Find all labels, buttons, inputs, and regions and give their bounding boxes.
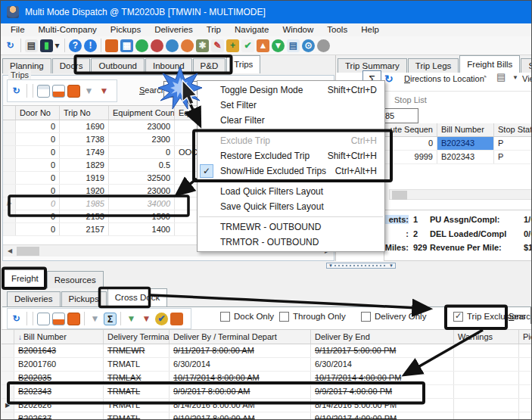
grid-cell[interactable]: 6/30/2014 xyxy=(170,358,311,371)
terminal-select-icon[interactable]: ▮ xyxy=(40,39,53,52)
door-full-icon[interactable] xyxy=(67,313,80,325)
grid-cell[interactable]: 0 xyxy=(16,223,60,235)
column-header-equipment-count[interactable]: Equipment Count xyxy=(109,106,175,120)
menu-window[interactable]: Window xyxy=(275,23,320,36)
grid-cell[interactable]: 34000 xyxy=(109,198,175,210)
grid-cell[interactable]: B202343 xyxy=(437,137,494,150)
menu-trip[interactable]: Trip xyxy=(200,23,228,36)
door-full-icon[interactable] xyxy=(67,85,80,98)
tab-p-d[interactable]: P&D xyxy=(193,58,226,73)
scroll-thumb[interactable] xyxy=(17,247,39,256)
column-header-door-no[interactable]: Door No xyxy=(16,106,60,120)
print-dropdown-icon[interactable]: ▼ xyxy=(512,74,518,81)
edit-form-icon[interactable]: ✎ xyxy=(211,39,224,52)
menu-tools[interactable]: Tools xyxy=(320,23,354,36)
grid-cell[interactable]: 0 xyxy=(16,172,60,184)
tab-resources[interactable]: Resources xyxy=(47,271,104,288)
grid-cell[interactable]: B202626 xyxy=(14,399,104,412)
menu-deliveries[interactable]: Deliveries xyxy=(148,23,200,36)
menu-item-set-filter[interactable]: Set Filter xyxy=(198,98,384,113)
grid-cell[interactable]: 1400 xyxy=(109,223,175,235)
globe-search-icon[interactable]: ⊙ xyxy=(302,39,315,52)
through-only-checkbox[interactable]: Through Only xyxy=(279,310,346,322)
grid-cell[interactable]: 0.5 xyxy=(109,159,175,171)
grid-cell[interactable]: 10/17/2014 8:00:00 AM xyxy=(170,372,311,384)
grid-cell[interactable]: TRMATL xyxy=(104,358,170,371)
directions-to-location-button[interactable]: Directions to Location xyxy=(404,74,484,83)
print-icon[interactable]: ▤ xyxy=(496,71,506,82)
clock-icon[interactable]: ◔ xyxy=(481,71,487,82)
grid-cell[interactable]: TRMLAX xyxy=(104,372,170,384)
grid-cell[interactable]: 8/14/2016 5:00:00 PM xyxy=(311,399,454,412)
door-empty-icon[interactable] xyxy=(37,85,50,98)
door-partial-icon[interactable] xyxy=(52,85,65,98)
grid-cell[interactable]: 9/10/2017 4:00:00 PM xyxy=(311,412,454,420)
menu-item-toggle-design-mode[interactable]: Toggle Design ModeShift+Ctrl+D xyxy=(198,82,384,98)
settings-gear-icon[interactable]: ✱ xyxy=(196,39,209,52)
grid-cell[interactable]: 0 xyxy=(16,210,60,222)
menu-multi-company[interactable]: Multi-Company xyxy=(32,23,104,36)
grid-cell[interactable]: 9/11/2017 5:00:00 PM xyxy=(311,344,454,357)
grid-cell[interactable] xyxy=(454,399,519,412)
column-header-delivery-terminal[interactable]: Delivery Terminal xyxy=(104,330,170,344)
menu-file[interactable]: File xyxy=(4,23,32,36)
grid-cell[interactable]: TRMATL xyxy=(104,412,170,420)
grid-cell[interactable]: 0 xyxy=(16,185,60,197)
grid-cell[interactable]: 1690 xyxy=(60,120,109,132)
column-header-bill-number[interactable]: Bill Number xyxy=(437,123,494,136)
column-header-deliver-by-end[interactable]: Deliver By End xyxy=(311,330,454,344)
grid-cell[interactable]: 23000 xyxy=(109,120,175,132)
tab-pickups[interactable]: Pickups xyxy=(61,291,107,306)
grid-cell[interactable]: 9/11/2017 8:00:00 AM xyxy=(170,344,311,357)
grid-cell[interactable]: TRMATL xyxy=(104,399,170,412)
filter-icon[interactable]: ▼ xyxy=(82,85,95,98)
grid-cell[interactable]: 1920 xyxy=(60,185,109,197)
grid-cell[interactable] xyxy=(454,344,519,357)
grid-cell[interactable] xyxy=(519,412,532,420)
download-icon[interactable]: ▼ xyxy=(272,39,285,52)
grid-cell[interactable]: 9/10/2017 8:00:00 AM xyxy=(170,412,311,420)
column-header-bill-number[interactable]: ↓Bill Number xyxy=(14,330,104,344)
grid-cell[interactable] xyxy=(519,344,532,357)
grid-cell[interactable]: 6/30/2014 xyxy=(311,358,454,371)
menu-item-restore-excluded-trip[interactable]: Restore Excluded TripShift+Ctrl+H xyxy=(198,148,384,163)
truck-icon[interactable] xyxy=(170,313,183,325)
grid-cell[interactable]: 32500 xyxy=(109,172,175,184)
planning-board-icon[interactable]: ▦ xyxy=(120,39,133,52)
menu-navigate[interactable]: Navigate xyxy=(228,23,275,36)
grid-cell[interactable]: P xyxy=(494,151,532,163)
grid-cell[interactable]: 1500 xyxy=(109,210,175,222)
menu-item-exclude-trip[interactable]: Exclude TripCtrl+H xyxy=(198,133,384,148)
grid-cell[interactable]: 9/9/2017 4:00:00 PM xyxy=(311,385,454,398)
grid-cell[interactable]: 23000 xyxy=(109,185,175,197)
grid-cell[interactable]: 2300 xyxy=(109,133,175,145)
grid-cell[interactable]: B202035 xyxy=(14,372,104,384)
grid-cell[interactable] xyxy=(519,372,532,384)
menu-item-trmewr-outbound[interactable]: TRMEWR - OUTBOUND xyxy=(198,219,384,235)
refresh-icon[interactable]: ↻ xyxy=(10,313,23,325)
grid-cell[interactable]: 2153 xyxy=(60,210,109,222)
column-header-warnings[interactable]: Warnings xyxy=(454,330,519,344)
grid-cell[interactable]: 0 xyxy=(16,146,60,158)
dropdown-arrow-icon[interactable]: ▾ xyxy=(54,39,61,52)
stop-list-hscrollbar[interactable] xyxy=(389,189,532,200)
menu-item-load-quick-filters-layout[interactable]: Load Quick Filters Layout xyxy=(198,184,384,199)
refresh-icon[interactable]: ↻ xyxy=(384,73,394,85)
grid-cell[interactable] xyxy=(454,385,519,398)
user-icon[interactable] xyxy=(317,39,330,52)
about-icon[interactable]: ! xyxy=(84,39,97,52)
door-partial-icon[interactable] xyxy=(52,313,65,325)
filter-remove-icon[interactable]: ▼ xyxy=(98,85,110,98)
grid-cell[interactable]: 0 xyxy=(16,120,60,132)
grid-cell[interactable]: B2001760 xyxy=(14,358,104,371)
truck-icon[interactable] xyxy=(105,39,118,52)
grid-cell[interactable]: 2157 xyxy=(60,223,109,235)
globe-assign-icon[interactable] xyxy=(135,39,148,52)
column-header-stop-stat[interactable]: Stop Stat xyxy=(494,123,532,136)
globe-unassign-icon[interactable] xyxy=(151,39,163,52)
tab-freight[interactable]: Freight xyxy=(4,268,46,288)
grid-cell[interactable]: 1829 xyxy=(60,159,109,171)
tab-freight-bills[interactable]: Freight Bills xyxy=(459,55,520,73)
grid-cell[interactable]: 9/9/2017 8:00:00 AM xyxy=(170,385,311,398)
column-header-deliver-by-terminal-depart[interactable]: Deliver By / Terminal Depart xyxy=(170,330,311,344)
